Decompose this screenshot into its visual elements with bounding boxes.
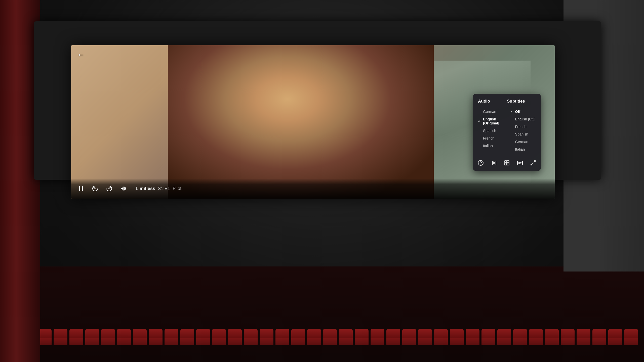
volume-button[interactable]	[118, 184, 128, 193]
seat	[561, 329, 575, 345]
subtitle-spanish-label: Spanish	[515, 132, 528, 136]
seat	[275, 329, 289, 345]
rewind-10-button[interactable]: 10	[90, 184, 100, 193]
seat	[624, 329, 638, 345]
seat	[339, 329, 353, 345]
seat	[85, 329, 99, 345]
audio-option-english-original[interactable]: ✓ English [Original]	[478, 115, 504, 127]
seat	[418, 329, 432, 345]
fullscreen-button[interactable]	[530, 159, 536, 167]
seat	[450, 329, 464, 345]
seat	[529, 329, 543, 345]
audio-italian-label: Italian	[483, 144, 493, 148]
seat	[133, 329, 147, 345]
subtitles-options-list: ✓ Off English [CC] French	[507, 108, 539, 153]
subtitle-option-spanish[interactable]: Spanish	[510, 130, 536, 138]
panel-header: Audio Subtitles	[473, 99, 541, 104]
audio-german-label: German	[483, 110, 496, 114]
subtitles-button[interactable]	[517, 159, 523, 167]
svg-rect-0	[79, 186, 80, 191]
svg-text:10: 10	[94, 188, 96, 190]
seat	[165, 329, 178, 345]
subtitle-option-english-cc[interactable]: English [CC]	[510, 115, 536, 123]
show-meta: S1:E1 Pilot	[156, 186, 181, 191]
audio-options-list: German ✓ English [Original] Spanish	[475, 108, 507, 153]
svg-marker-8	[492, 161, 496, 165]
checkmark-icon: ✓	[478, 119, 481, 123]
subtitle-german-label: German	[515, 140, 528, 144]
audio-option-spanish[interactable]: Spanish	[478, 127, 504, 134]
subtitle-option-german[interactable]: German	[510, 138, 536, 146]
subtitle-option-italian[interactable]: Italian	[510, 146, 536, 153]
seat	[323, 329, 337, 345]
seat	[54, 329, 67, 345]
seat	[212, 329, 226, 345]
seats-area	[0, 266, 644, 362]
audio-spanish-label: Spanish	[483, 129, 496, 133]
seat	[513, 329, 527, 345]
back-arrow-icon: ←	[77, 51, 84, 59]
seat	[101, 329, 115, 345]
episodes-list-button[interactable]	[504, 159, 510, 167]
subtitle-option-french[interactable]: French	[510, 123, 536, 130]
audio-header-label: Audio	[478, 99, 490, 104]
back-button[interactable]: ←	[76, 50, 86, 60]
svg-rect-10	[505, 161, 507, 163]
seat	[545, 329, 559, 345]
svg-line-18	[531, 163, 533, 165]
audio-option-german[interactable]: German	[478, 108, 504, 115]
subtitles-column-header: Subtitles	[507, 99, 536, 104]
seat	[260, 329, 273, 345]
seat	[386, 329, 400, 345]
seat	[180, 329, 194, 345]
forward-10-button[interactable]: 10	[104, 184, 114, 193]
subtitle-italian-label: Italian	[515, 147, 525, 151]
subtitle-off-label: Off	[515, 110, 520, 114]
seat	[577, 329, 590, 345]
audio-option-french[interactable]: French	[478, 134, 504, 142]
subtitle-english-cc-label: English [CC]	[515, 117, 536, 121]
video-person	[168, 45, 434, 199]
panel-items-container: German ✓ English [Original] Spanish	[473, 108, 541, 153]
show-title: Limitless	[136, 186, 155, 191]
svg-rect-12	[505, 163, 507, 165]
seat	[291, 329, 305, 345]
svg-rect-13	[507, 163, 509, 165]
svg-rect-9	[496, 161, 496, 165]
audio-column-header: Audio	[478, 99, 507, 104]
seat	[196, 329, 210, 345]
svg-rect-1	[82, 186, 83, 191]
audio-option-italian[interactable]: Italian	[478, 142, 504, 150]
seats-row	[0, 327, 644, 347]
next-episode-button[interactable]	[491, 159, 497, 167]
seat	[592, 329, 606, 345]
panel-icon-row	[473, 156, 541, 167]
audio-english-original-label: English [Original]	[483, 117, 504, 125]
seat	[608, 329, 622, 345]
show-season: S1:E1	[158, 186, 170, 191]
help-icon-button[interactable]	[478, 159, 484, 167]
show-info: Limitless S1:E1 Pilot	[136, 186, 181, 191]
seat	[434, 329, 448, 345]
show-episode: Pilot	[173, 186, 181, 191]
seat	[481, 329, 495, 345]
seat	[69, 329, 83, 345]
pause-button[interactable]	[76, 184, 86, 193]
seat	[307, 329, 321, 345]
tv-screen: ← 10	[71, 45, 555, 199]
seat	[371, 329, 384, 345]
seat	[228, 329, 242, 345]
audio-french-label: French	[483, 136, 494, 140]
tv-bezel: ← 10	[34, 21, 601, 180]
playback-controls: 10 10	[76, 184, 181, 193]
subtitle-checkmark-icon: ✓	[510, 110, 514, 114]
svg-line-17	[534, 161, 535, 162]
seat	[402, 329, 416, 345]
subtitle-french-label: French	[515, 125, 527, 129]
subtitles-header-label: Subtitles	[507, 99, 525, 104]
svg-text:10: 10	[108, 188, 110, 190]
audio-subtitles-panel: Audio Subtitles German ✓ E	[473, 94, 541, 171]
seat	[117, 329, 131, 345]
seat	[497, 329, 511, 345]
subtitle-option-off[interactable]: ✓ Off	[510, 108, 536, 115]
